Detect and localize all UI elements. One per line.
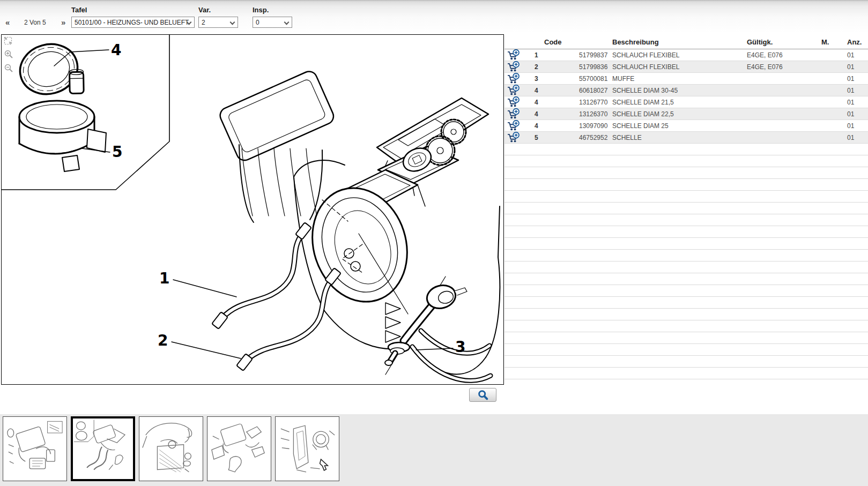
header-anz: Anz. <box>847 38 862 46</box>
add-to-cart-button[interactable] <box>507 61 521 73</box>
thumbnail-5[interactable] <box>275 416 339 481</box>
row-pos: 5 <box>535 134 538 141</box>
row-code: 13097090 <box>579 122 607 130</box>
row-pos: 4 <box>535 122 538 130</box>
row-code: 55700081 <box>579 75 607 83</box>
table-row[interactable]: 4 13126370 SCHELLE DIAM 22,5 01 <box>505 108 868 120</box>
table-row[interactable]: 5 46752952 SCHELLE 01 <box>505 132 868 144</box>
table-row[interactable]: 4 13097090 SCHELLE DIAM 25 01 <box>505 120 868 132</box>
thumbnail-2[interactable] <box>71 416 135 481</box>
table-empty-row <box>505 238 868 250</box>
insp-select[interactable]: 0 <box>253 17 292 28</box>
table-empty-row <box>505 356 868 368</box>
var-select[interactable]: 2 <box>198 17 238 28</box>
insp-select-value: 0 <box>256 19 259 26</box>
row-code: 60618027 <box>579 87 607 94</box>
thumbnail-4-image <box>207 417 271 481</box>
row-description: SCHLAUCH FLEXIBEL <box>612 51 679 59</box>
magnifier-minus-icon <box>4 63 13 73</box>
add-to-cart-button[interactable] <box>507 73 521 85</box>
next-plate-button[interactable]: » <box>61 18 65 27</box>
thumbnail-5-image <box>276 417 339 481</box>
table-row[interactable]: 4 60618027 SCHELLE DIAM 30-45 01 <box>505 85 868 96</box>
callout-2: 2 <box>158 332 168 349</box>
row-description: SCHLAUCH FLEXIBEL <box>612 63 679 71</box>
table-empty-row <box>505 203 868 214</box>
row-pos: 4 <box>535 110 538 118</box>
zoom-out-button[interactable] <box>4 63 13 75</box>
row-description: SCHELLE DIAM 22,5 <box>612 110 674 118</box>
row-code: 46752952 <box>579 134 607 141</box>
cart-plus-icon <box>507 61 520 73</box>
header-m: M. <box>821 38 829 46</box>
thumbnail-1[interactable] <box>3 416 67 481</box>
table-empty-row <box>505 214 868 226</box>
cart-plus-icon <box>507 96 520 108</box>
cart-plus-icon <box>507 49 520 61</box>
row-description: SCHELLE DIAM 21,5 <box>612 99 674 106</box>
callout-1: 1 <box>159 270 169 287</box>
chevron-down-icon <box>284 20 290 25</box>
table-empty-row <box>505 332 868 344</box>
prev-plate-button[interactable]: « <box>5 18 10 27</box>
fit-view-icon <box>4 36 12 45</box>
row-anz: 01 <box>847 87 854 94</box>
row-anz: 01 <box>847 63 854 71</box>
row-code: 13126770 <box>579 99 607 106</box>
row-description: SCHELLE <box>612 134 642 141</box>
insp-label: Insp. <box>253 6 269 14</box>
fit-view-button[interactable] <box>4 36 12 47</box>
add-to-cart-button[interactable] <box>507 85 521 96</box>
add-to-cart-button[interactable] <box>507 132 521 144</box>
thumbnail-2-image <box>73 418 133 479</box>
row-code: 51799836 <box>579 63 607 71</box>
table-empty-row <box>505 344 868 356</box>
table-empty-row <box>505 155 868 167</box>
thumbnail-3[interactable] <box>139 416 203 481</box>
chevron-down-icon <box>230 20 235 25</box>
magnifier-plus-icon <box>4 49 13 59</box>
row-pos: 3 <box>535 75 538 83</box>
table-row[interactable]: 1 51799837 SCHLAUCH FLEXIBEL E4GE, E076 … <box>505 49 868 61</box>
header-code: Code <box>544 38 562 46</box>
add-to-cart-button[interactable] <box>507 96 521 108</box>
row-pos: 4 <box>535 87 538 94</box>
zoom-in-button[interactable] <box>4 49 13 61</box>
tafel-select[interactable]: 50101/00 - HEIZUNGS- UND BELUEFT <box>71 17 195 28</box>
row-description: MUFFE <box>612 75 634 83</box>
cart-plus-icon <box>507 108 520 120</box>
table-empty-row <box>505 261 868 273</box>
row-gueltigkeit: E4GE, E076 <box>747 51 783 59</box>
callout-4: 4 <box>111 41 121 59</box>
table-empty-row <box>505 285 868 297</box>
table-row[interactable]: 3 55700081 MUFFE 01 <box>505 73 868 85</box>
cart-plus-icon <box>507 120 520 132</box>
table-row[interactable]: 4 13126770 SCHELLE DIAM 21,5 01 <box>505 96 868 108</box>
header-beschreibung: Beschreibung <box>612 38 659 46</box>
search-button[interactable] <box>469 388 496 402</box>
callout-3: 3 <box>455 338 465 356</box>
table-body: 1 51799837 SCHLAUCH FLEXIBEL E4GE, E076 … <box>505 49 868 144</box>
table-empty-rows <box>505 144 868 379</box>
table-empty-row <box>505 273 868 285</box>
table-empty-row <box>505 297 868 309</box>
row-anz: 01 <box>847 122 854 130</box>
add-to-cart-button[interactable] <box>507 49 521 61</box>
epc-application: « 2 Von 5 » Tafel 50101/00 - HEIZUNGS- U… <box>0 0 868 486</box>
table-empty-row <box>505 191 868 203</box>
add-to-cart-button[interactable] <box>507 108 521 120</box>
thumbnail-4[interactable] <box>207 416 271 481</box>
row-pos: 4 <box>535 99 538 106</box>
table-row[interactable]: 2 51799836 SCHLAUCH FLEXIBEL E4GE, E076 … <box>505 61 868 73</box>
row-pos: 2 <box>535 63 538 71</box>
row-anz: 01 <box>847 99 854 106</box>
table-empty-row <box>505 368 868 379</box>
toolbar: « 2 Von 5 » Tafel 50101/00 - HEIZUNGS- U… <box>0 0 868 33</box>
page-indicator: 2 Von 5 <box>24 19 46 26</box>
tafel-select-value: 50101/00 - HEIZUNGS- UND BELUEFT <box>75 19 189 26</box>
add-to-cart-button[interactable] <box>507 120 521 132</box>
cart-plus-icon <box>507 73 520 85</box>
table-empty-row <box>505 167 868 179</box>
cart-plus-icon <box>507 132 520 144</box>
row-anz: 01 <box>847 51 854 59</box>
